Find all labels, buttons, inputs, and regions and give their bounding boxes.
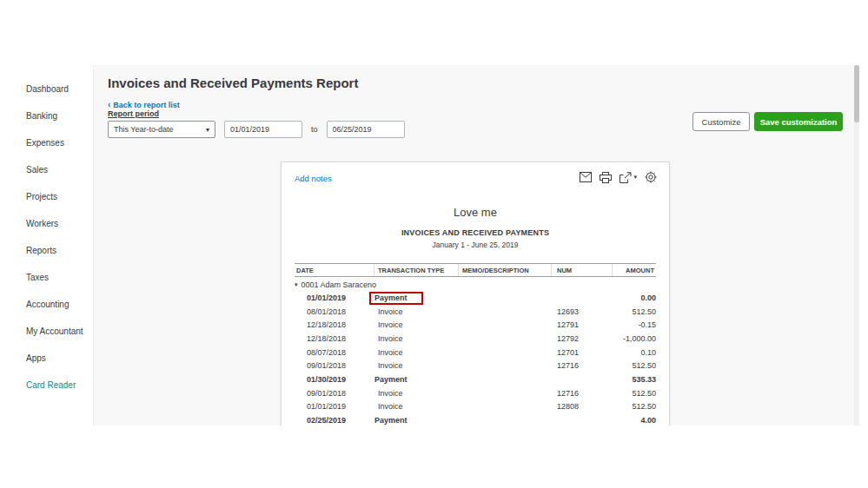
date-from-input[interactable] (224, 121, 302, 138)
sidebar-item-dashboard[interactable]: Dashboard (7, 76, 93, 102)
table-row[interactable]: 01/30/2019Payment535.33 (295, 373, 656, 386)
sidebar-item-apps[interactable]: Apps (7, 345, 93, 372)
period-dropdown[interactable]: This Year-to-date ▾ (108, 121, 215, 138)
export-caret-icon: ▾ (633, 174, 637, 181)
cell-type: Invoice (374, 320, 459, 329)
cell-amount: 0.00 (613, 293, 656, 302)
report-period-label: Report period (108, 109, 159, 118)
column-header-date[interactable]: DATE (295, 264, 374, 276)
column-header-memo-description[interactable]: MEMO/DESCRIPTION (459, 264, 552, 276)
cell-type: Invoice (374, 402, 459, 411)
cell-date: 08/07/2018 (295, 348, 374, 357)
table-row[interactable]: 01/01/2019Invoice12808512.50 (295, 400, 656, 414)
cell-type: Payment (374, 416, 459, 425)
customize-button[interactable]: Customize (692, 112, 750, 131)
report-card: Add notes ▾ Love me (281, 162, 670, 425)
cell-type: Invoice (374, 334, 459, 343)
sidebar-item-expenses[interactable]: Expenses (7, 129, 93, 156)
screen: DashboardBankingExpensesSalesProjectsWor… (0, 0, 868, 488)
cell-amount: 4.00 (613, 416, 656, 425)
print-icon[interactable] (600, 172, 612, 183)
report-action-icons: ▾ (580, 171, 657, 183)
page-title: Invoices and Received Payments Report (108, 76, 358, 90)
email-icon[interactable] (580, 172, 592, 182)
cell-date: 12/18/2018 (295, 334, 374, 343)
column-header-num[interactable]: NUM (552, 264, 613, 276)
cell-num: 12791 (552, 320, 613, 329)
cell-num: 12808 (552, 402, 613, 411)
table-row[interactable]: 01/01/2019Payment0.00 (295, 291, 656, 305)
sidebar-nav: DashboardBankingExpensesSalesProjectsWor… (7, 76, 93, 399)
cell-amount: 0.10 (613, 348, 656, 357)
cell-num: 12701 (552, 348, 613, 357)
sidebar-item-banking[interactable]: Banking (7, 102, 93, 129)
cell-date: 09/01/2018 (295, 389, 374, 398)
cell-amount: 512.50 (613, 307, 656, 316)
cell-num: 12792 (552, 334, 613, 343)
cell-amount: 512.50 (613, 402, 656, 411)
cell-amount: 535.33 (613, 375, 656, 384)
report-period-controls: This Year-to-date ▾ to (108, 121, 405, 138)
cell-num: 12693 (552, 307, 613, 316)
collapse-icon[interactable]: ▾ (295, 281, 298, 288)
cell-date: 01/30/2019 (295, 375, 374, 384)
table-row[interactable]: 02/25/2019Payment4.00 (295, 413, 656, 425)
toolbar-buttons: Customize Save customization (692, 112, 843, 131)
highlighted-cell: Payment (369, 292, 423, 305)
to-label: to (311, 125, 318, 134)
add-notes-link[interactable]: Add notes (295, 174, 332, 183)
cell-type: Payment (374, 293, 459, 302)
cell-date: 02/25/2019 (295, 416, 374, 425)
cell-amount: 512.50 (613, 361, 656, 370)
cell-date: 01/01/2019 (295, 293, 374, 302)
cell-type: Invoice (374, 307, 459, 316)
date-to-input[interactable] (327, 121, 405, 138)
sidebar-item-projects[interactable]: Projects (7, 183, 93, 210)
sidebar: DashboardBankingExpensesSalesProjectsWor… (7, 65, 94, 425)
company-name: Love me (282, 206, 669, 219)
export-icon[interactable]: ▾ (620, 172, 637, 183)
cell-type: Payment (374, 375, 459, 384)
cell-amount: -1,000.00 (613, 334, 656, 343)
column-header-amount[interactable]: AMOUNT (613, 264, 656, 276)
period-dropdown-value: This Year-to-date (114, 125, 206, 134)
back-chevron-icon: ‹ (108, 100, 110, 109)
sidebar-item-taxes[interactable]: Taxes (7, 264, 93, 291)
column-header-transaction-type[interactable]: TRANSACTION TYPE (374, 264, 459, 276)
sidebar-item-my-accountant[interactable]: My Accountant (7, 318, 93, 345)
table-row[interactable]: 12/18/2018Invoice12791-0.15 (295, 318, 656, 332)
sidebar-item-workers[interactable]: Workers (7, 210, 93, 237)
sidebar-item-sales[interactable]: Sales (7, 156, 93, 183)
gear-icon[interactable] (645, 171, 657, 183)
cell-type: Invoice (374, 389, 459, 398)
vertical-scrollbar[interactable] (854, 65, 859, 425)
app-window: DashboardBankingExpensesSalesProjectsWor… (7, 65, 859, 425)
cell-date: 09/01/2018 (295, 361, 374, 370)
table-row[interactable]: 08/07/2018Invoice127010.10 (295, 346, 656, 359)
sidebar-item-accounting[interactable]: Accounting (7, 291, 93, 318)
table-header-row: DATE TRANSACTION TYPE MEMO/DESCRIPTION N… (295, 263, 656, 277)
cell-num: 12716 (552, 361, 613, 370)
cell-date: 12/18/2018 (295, 320, 374, 329)
cell-num: 12716 (552, 389, 613, 398)
report-table-body: 01/01/2019Payment0.0008/01/2018Invoice12… (295, 291, 656, 425)
table-row[interactable]: 08/01/2018Invoice12693512.50 (295, 305, 656, 319)
report-table: DATE TRANSACTION TYPE MEMO/DESCRIPTION N… (295, 263, 656, 425)
group-label: 0001 Adam Saraceno (301, 280, 377, 289)
chevron-down-icon: ▾ (206, 126, 209, 134)
back-link-label: Back to report list (113, 101, 180, 109)
sidebar-item-card-reader[interactable]: Card Reader (7, 372, 93, 399)
sidebar-item-reports[interactable]: Reports (7, 237, 93, 264)
cell-date: 08/01/2018 (295, 307, 374, 316)
cell-type: Invoice (374, 348, 459, 357)
cell-date: 01/01/2019 (295, 402, 374, 411)
group-header-row[interactable]: ▾ 0001 Adam Saraceno (295, 277, 656, 291)
cell-type: Invoice (374, 361, 459, 370)
table-row[interactable]: 09/01/2018Invoice12716512.50 (295, 359, 656, 373)
scrollbar-thumb[interactable] (854, 65, 859, 122)
table-row[interactable]: 09/01/2018Invoice12716512.50 (295, 386, 656, 400)
back-to-report-list-link[interactable]: ‹Back to report list (108, 100, 180, 109)
save-customization-button[interactable]: Save customization (754, 112, 843, 131)
cell-amount: 512.50 (613, 389, 656, 398)
table-row[interactable]: 12/18/2018Invoice12792-1,000.00 (295, 332, 656, 346)
